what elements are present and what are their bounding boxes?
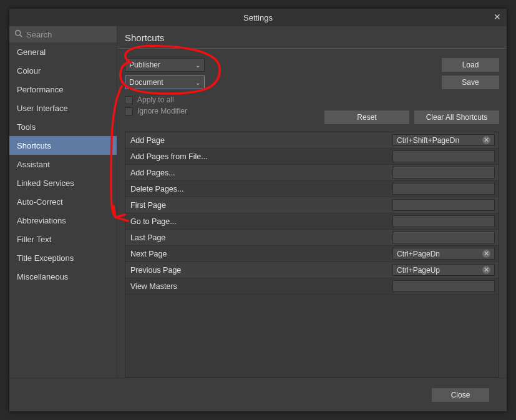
- save-button[interactable]: Save: [442, 76, 499, 89]
- sidebar-item-shortcuts[interactable]: Shortcuts: [9, 136, 117, 155]
- shortcut-input[interactable]: Ctrl+PageUp✕: [392, 264, 495, 276]
- shortcut-input[interactable]: [392, 167, 495, 178]
- shortcut-list: Add PageCtrl+Shift+PageDn✕Add Pages from…: [125, 132, 499, 378]
- action-label: Go to Page...: [130, 217, 387, 226]
- panel-title: Shortcuts: [117, 26, 507, 48]
- list-row[interactable]: Add Pages from File...: [125, 149, 499, 165]
- main-panel: Shortcuts Publisher ⌄ Document ⌄: [117, 26, 507, 378]
- sidebar-item-label: Performance: [17, 85, 63, 94]
- footer: Close: [9, 378, 507, 411]
- sidebar-item-label: Abbreviations: [17, 216, 66, 225]
- shortcut-value: Ctrl+PageUp: [397, 266, 440, 275]
- profile-select-value: Publisher: [129, 61, 160, 69]
- clear-shortcut-icon[interactable]: ✕: [482, 266, 490, 274]
- sidebar-item-label: Tools: [17, 122, 36, 132]
- shortcut-input[interactable]: Ctrl+Shift+PageDn✕: [392, 134, 495, 146]
- action-label: Previous Page: [130, 266, 387, 275]
- list-row[interactable]: Next PageCtrl+PageDn✕: [125, 246, 499, 262]
- sidebar-item-label: Miscellaneous: [17, 272, 68, 281]
- clear-all-button[interactable]: Clear All Shortcuts: [414, 110, 499, 124]
- sidebar-item-auto-correct[interactable]: Auto-Correct: [9, 192, 117, 211]
- load-button[interactable]: Load: [442, 58, 499, 72]
- shortcut-value: Ctrl+PageDn: [397, 250, 440, 258]
- list-row[interactable]: First Page: [125, 197, 499, 213]
- shortcut-input[interactable]: [392, 215, 495, 227]
- sidebar: GeneralColourPerformanceUser InterfaceTo…: [9, 26, 117, 378]
- sidebar-item-filler-text[interactable]: Filler Text: [9, 230, 117, 248]
- apply-all-label: Apply to all: [137, 95, 174, 104]
- shortcut-input[interactable]: [392, 183, 495, 195]
- action-label: Next Page: [130, 250, 387, 258]
- list-row[interactable]: Previous PageCtrl+PageUp✕: [125, 262, 499, 278]
- titlebar: Settings ✕: [9, 9, 507, 26]
- action-label: First Page: [130, 201, 387, 210]
- reset-button[interactable]: Reset: [324, 110, 409, 124]
- shortcut-input[interactable]: Ctrl+PageDn✕: [392, 248, 495, 260]
- action-label: Add Pages from File...: [130, 152, 387, 161]
- search-icon: [14, 29, 22, 39]
- shortcut-input[interactable]: [392, 280, 495, 292]
- sidebar-item-general[interactable]: General: [9, 42, 117, 61]
- list-row[interactable]: Go to Page...: [125, 213, 499, 230]
- action-label: Last Page: [130, 233, 387, 242]
- sidebar-item-label: Shortcuts: [17, 141, 51, 150]
- profile-select[interactable]: Publisher ⌄: [125, 58, 205, 72]
- sidebar-item-label: General: [17, 47, 46, 57]
- svg-point-0: [16, 31, 21, 36]
- sidebar-item-user-interface[interactable]: User Interface: [9, 99, 117, 117]
- sidebar-item-label: User Interface: [17, 104, 68, 113]
- search-input[interactable]: [26, 30, 131, 39]
- close-button[interactable]: Close: [432, 388, 489, 402]
- shortcut-input[interactable]: [392, 199, 495, 211]
- action-label: Add Pages...: [130, 168, 387, 177]
- sidebar-item-assistant[interactable]: Assistant: [9, 155, 117, 173]
- sidebar-item-linked-services[interactable]: Linked Services: [9, 173, 117, 192]
- window-title: Settings: [243, 13, 273, 22]
- clear-shortcut-icon[interactable]: ✕: [482, 136, 490, 144]
- list-row[interactable]: Add PageCtrl+Shift+PageDn✕: [125, 132, 499, 149]
- svg-line-1: [20, 35, 22, 37]
- sidebar-item-miscellaneous[interactable]: Miscellaneous: [9, 267, 117, 286]
- sidebar-item-tools[interactable]: Tools: [9, 117, 117, 136]
- action-label: Delete Pages...: [130, 185, 387, 193]
- shortcut-input[interactable]: [392, 150, 495, 162]
- sidebar-item-performance[interactable]: Performance: [9, 80, 117, 99]
- sidebar-item-label: Colour: [17, 66, 41, 76]
- shortcut-input[interactable]: [392, 232, 495, 243]
- group-select[interactable]: Document ⌄: [125, 76, 205, 89]
- checkbox-icon: [125, 96, 133, 104]
- sidebar-item-label: Linked Services: [17, 178, 74, 188]
- action-label: View Masters: [130, 282, 387, 291]
- list-row[interactable]: Add Pages...: [125, 165, 499, 181]
- search-wrap: [9, 26, 117, 42]
- action-label: Add Page: [130, 136, 387, 145]
- list-row[interactable]: Delete Pages...: [125, 181, 499, 197]
- close-icon[interactable]: ✕: [492, 11, 503, 22]
- clear-shortcut-icon[interactable]: ✕: [482, 250, 490, 258]
- sidebar-item-label: Auto-Correct: [17, 197, 63, 207]
- chevron-down-icon: ⌄: [195, 62, 200, 69]
- apply-all-checkbox[interactable]: Apply to all: [125, 95, 499, 104]
- sidebar-item-colour[interactable]: Colour: [9, 61, 117, 80]
- sidebar-item-label: Filler Text: [17, 235, 51, 244]
- sidebar-item-abbreviations[interactable]: Abbreviations: [9, 211, 117, 230]
- sidebar-item-title-exceptions[interactable]: Title Exceptions: [9, 248, 117, 267]
- sidebar-item-label: Assistant: [17, 160, 50, 169]
- list-row[interactable]: View Masters: [125, 278, 499, 295]
- list-row[interactable]: Last Page: [125, 230, 499, 246]
- shortcut-value: Ctrl+Shift+PageDn: [397, 136, 459, 145]
- chevron-down-icon: ⌄: [195, 79, 200, 86]
- sidebar-item-label: Title Exceptions: [17, 253, 74, 263]
- group-select-value: Document: [129, 78, 163, 87]
